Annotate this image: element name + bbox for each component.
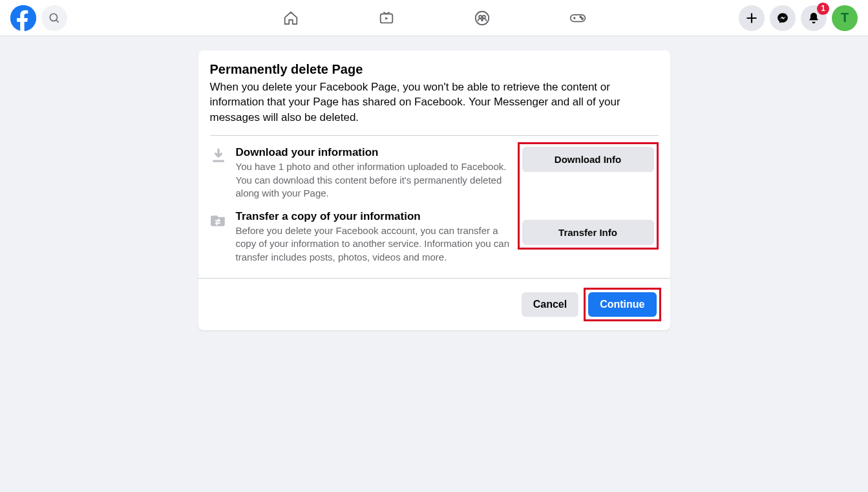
messenger-button[interactable] bbox=[770, 5, 796, 31]
nav-center bbox=[246, 1, 623, 35]
svg-point-10 bbox=[580, 16, 581, 17]
option-download-info: Download your information You have 1 pho… bbox=[210, 136, 518, 200]
delete-page-dialog: Permanently delete Page When you delete … bbox=[198, 50, 670, 330]
nav-left bbox=[10, 5, 67, 31]
option-transfer-description: Before you delete your Facebook account,… bbox=[236, 224, 510, 264]
bell-icon bbox=[807, 12, 820, 25]
action-buttons-highlight: Download Info Transfer Info bbox=[518, 142, 659, 250]
nav-tab-gaming[interactable] bbox=[539, 1, 617, 35]
download-icon bbox=[210, 146, 227, 167]
dialog-title: Permanently delete Page bbox=[210, 62, 659, 77]
download-info-button[interactable]: Download Info bbox=[522, 147, 654, 172]
gaming-icon bbox=[569, 10, 587, 27]
facebook-logo[interactable] bbox=[10, 5, 36, 31]
create-button[interactable] bbox=[739, 5, 765, 31]
continue-button[interactable]: Continue bbox=[588, 292, 656, 317]
svg-point-4 bbox=[475, 11, 488, 24]
svg-line-2 bbox=[56, 20, 59, 23]
plus-icon bbox=[745, 12, 758, 25]
svg-point-6 bbox=[482, 16, 485, 18]
svg-point-5 bbox=[479, 16, 482, 18]
messenger-icon bbox=[776, 12, 789, 25]
option-download-description: You have 1 photo and other information u… bbox=[236, 160, 510, 200]
notification-badge: 1 bbox=[817, 3, 829, 15]
svg-point-11 bbox=[581, 17, 582, 19]
option-transfer-info: Transfer a copy of your information Befo… bbox=[210, 200, 518, 264]
svg-point-1 bbox=[50, 14, 57, 21]
home-icon bbox=[282, 10, 299, 27]
option-transfer-title: Transfer a copy of your information bbox=[236, 210, 510, 223]
dialog-description: When you delete your Facebook Page, you … bbox=[210, 80, 659, 125]
option-download-title: Download your information bbox=[236, 146, 510, 159]
search-icon bbox=[48, 12, 60, 24]
dialog-body: Permanently delete Page When you delete … bbox=[198, 50, 670, 266]
notifications-button[interactable]: 1 bbox=[801, 5, 827, 31]
groups-icon bbox=[474, 10, 491, 27]
nav-tab-home[interactable] bbox=[252, 1, 330, 35]
transfer-icon bbox=[210, 210, 227, 231]
nav-tab-watch[interactable] bbox=[348, 1, 425, 35]
transfer-info-button[interactable]: Transfer Info bbox=[522, 220, 654, 245]
top-navigation: 1 T bbox=[0, 0, 868, 36]
cancel-button[interactable]: Cancel bbox=[522, 292, 578, 317]
continue-highlight: Continue bbox=[584, 288, 661, 321]
watch-icon bbox=[378, 10, 395, 27]
search-button[interactable] bbox=[41, 5, 67, 31]
facebook-logo-icon bbox=[10, 5, 36, 31]
nav-tab-groups[interactable] bbox=[443, 1, 521, 35]
option-download-text: Download your information You have 1 pho… bbox=[236, 146, 518, 200]
nav-right: 1 T bbox=[739, 5, 858, 31]
option-transfer-text: Transfer a copy of your information Befo… bbox=[236, 210, 518, 264]
dialog-footer: Cancel Continue bbox=[198, 278, 670, 330]
account-avatar[interactable]: T bbox=[832, 5, 858, 31]
